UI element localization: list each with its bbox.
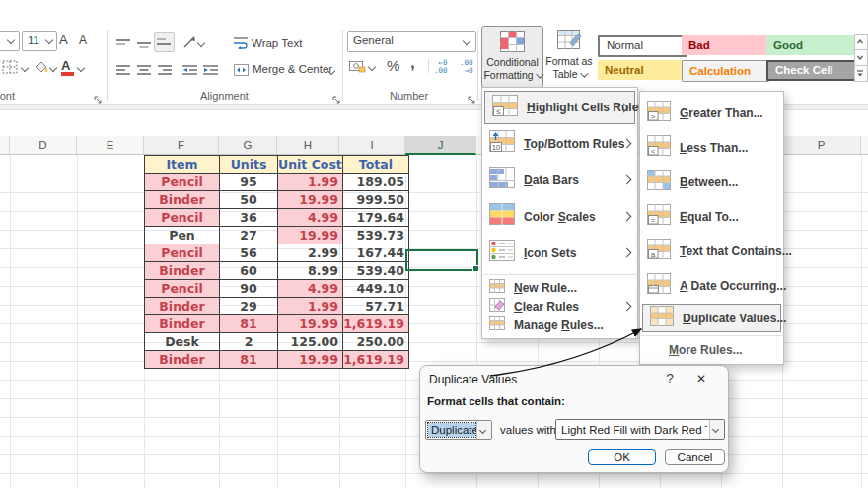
- cell-total[interactable]: 189.05: [342, 174, 408, 191]
- accounting-format-icon[interactable]: [349, 59, 366, 77]
- cell-item[interactable]: Binder: [145, 262, 220, 280]
- menu-item-a-date-occurring[interactable]: A Date Occurring...: [640, 268, 783, 303]
- cell-units[interactable]: 95: [220, 174, 278, 191]
- orientation-dropdown[interactable]: [198, 40, 205, 47]
- column-header-j[interactable]: J: [405, 136, 476, 155]
- cell-total[interactable]: 1,619.19: [342, 351, 408, 369]
- header-total[interactable]: Total: [342, 156, 408, 174]
- accounting-dropdown[interactable]: [369, 64, 376, 71]
- align-bottom-button[interactable]: [154, 32, 175, 52]
- cell-item[interactable]: Binder: [145, 351, 220, 369]
- font-name-combo[interactable]: [0, 31, 20, 51]
- cell-total[interactable]: 1,619.19: [342, 315, 408, 333]
- column-header-i[interactable]: I: [339, 136, 405, 154]
- cell-units[interactable]: 90: [220, 280, 278, 298]
- column-header-p[interactable]: P: [782, 136, 861, 154]
- ok-button[interactable]: OK: [588, 449, 656, 465]
- gallery-up-button[interactable]: [854, 34, 868, 50]
- gallery-more-button[interactable]: [854, 65, 868, 82]
- cell-cost[interactable]: 4.99: [278, 209, 343, 227]
- align-left-icon[interactable]: [116, 62, 130, 80]
- font-size-combo[interactable]: 11: [22, 31, 57, 51]
- cell-item[interactable]: Binder: [145, 191, 220, 209]
- text-orientation-icon[interactable]: [182, 35, 196, 53]
- cell-item[interactable]: Pen: [145, 227, 220, 244]
- number-format-combo[interactable]: General: [347, 31, 476, 52]
- column-header-d[interactable]: D: [10, 136, 77, 154]
- style-bad[interactable]: Bad: [682, 35, 769, 55]
- menu-item-greater-than[interactable]: > Greater Than...: [640, 96, 783, 130]
- align-top-icon[interactable]: [116, 36, 130, 54]
- conditional-formatting-button[interactable]: Conditional Formatting: [481, 26, 543, 88]
- cell-item[interactable]: Binder: [145, 298, 220, 315]
- format-select[interactable]: Light Red Fill with Dark Red Text: [555, 419, 725, 440]
- cell-item[interactable]: Pencil: [145, 244, 220, 262]
- column-header-f[interactable]: F: [144, 136, 219, 154]
- cell-total[interactable]: 57.71: [342, 298, 408, 315]
- header-item[interactable]: Item: [145, 156, 220, 174]
- merge-center-dropdown[interactable]: [328, 68, 335, 75]
- cell-total[interactable]: 250.00: [342, 333, 408, 351]
- cell-total[interactable]: 539.40: [342, 262, 408, 280]
- cancel-button[interactable]: Cancel: [665, 449, 725, 465]
- column-header-g[interactable]: G: [219, 136, 277, 154]
- borders-icon[interactable]: [2, 60, 19, 79]
- decrease-font-size-button[interactable]: Aˇ: [79, 33, 90, 47]
- header-unit-cost[interactable]: Unit Cost: [278, 156, 343, 174]
- menu-item-text-that-contains[interactable]: a Text that Contains...: [640, 234, 783, 268]
- increase-decimal-icon[interactable]: ←0 .00: [434, 59, 448, 74]
- merge-center-icon[interactable]: [234, 62, 249, 80]
- menu-item-highlight-cells-rules[interactable]: ≤ Highlight Cells Rules: [484, 91, 635, 124]
- menu-item-color-scales[interactable]: Color Scales: [482, 198, 637, 235]
- menu-item-between[interactable]: Between...: [640, 165, 783, 199]
- menu-item-top-bottom-rules[interactable]: 10 Top/Bottom Rules: [482, 125, 637, 162]
- percent-style-icon[interactable]: %: [387, 57, 399, 74]
- cell-total[interactable]: 449.10: [342, 280, 408, 298]
- cell-cost[interactable]: 4.99: [278, 280, 343, 298]
- style-neutral[interactable]: Neutral: [598, 60, 686, 80]
- fill-handle[interactable]: [472, 265, 479, 272]
- menu-item-clear-rules[interactable]: Clear Rules: [482, 297, 637, 315]
- cell-total[interactable]: 999.50: [342, 191, 408, 209]
- cell-units[interactable]: 2: [220, 333, 278, 351]
- format-as-table-button[interactable]: Format as Table: [544, 26, 594, 86]
- align-center-icon[interactable]: [137, 62, 151, 80]
- menu-item-icon-sets[interactable]: Icon Sets: [482, 235, 637, 271]
- gallery-down-button[interactable]: [854, 49, 868, 66]
- cell-item[interactable]: Desk: [145, 333, 220, 351]
- borders-dropdown[interactable]: [22, 65, 29, 72]
- decrease-decimal-icon[interactable]: .00 →0: [460, 59, 473, 74]
- menu-item-manage-rules[interactable]: Manage Rules...: [482, 315, 637, 334]
- menu-item-less-than[interactable]: < Less Than...: [640, 130, 783, 165]
- cell-cost[interactable]: 19.99: [278, 227, 343, 244]
- menu-item-equal-to[interactable]: = Equal To...: [640, 199, 783, 234]
- increase-font-size-button[interactable]: Aˆ: [59, 33, 70, 47]
- menu-item-duplicate-values[interactable]: Duplicate Values...: [642, 304, 781, 332]
- column-header-stub[interactable]: [0, 136, 10, 154]
- style-check-cell[interactable]: Check Cell: [766, 60, 856, 81]
- cell-units[interactable]: 81: [220, 315, 278, 333]
- header-units[interactable]: Units: [220, 156, 278, 174]
- cell-units[interactable]: 27: [220, 227, 278, 244]
- cell-cost[interactable]: 8.99: [278, 262, 343, 280]
- cell-cost[interactable]: 19.99: [278, 315, 343, 333]
- cell-total[interactable]: 167.44: [342, 244, 408, 262]
- column-header-e[interactable]: E: [77, 136, 144, 154]
- cell-units[interactable]: 81: [220, 351, 278, 369]
- cell-item[interactable]: Pencil: [145, 174, 220, 191]
- align-right-icon[interactable]: [158, 62, 172, 80]
- cell-cost[interactable]: 2.99: [278, 244, 343, 262]
- fill-color-icon[interactable]: [34, 59, 49, 79]
- cell-units[interactable]: 60: [220, 262, 278, 280]
- cell-cost[interactable]: 1.99: [278, 298, 343, 315]
- align-middle-icon[interactable]: [137, 36, 151, 54]
- cell-cost[interactable]: 19.99: [278, 351, 343, 369]
- chevron-down-icon[interactable]: [709, 420, 724, 439]
- font-color-dropdown[interactable]: [78, 65, 85, 72]
- cell-cost[interactable]: 19.99: [278, 191, 343, 209]
- cell-item[interactable]: Pencil: [145, 209, 220, 227]
- cell-units[interactable]: 36: [220, 209, 278, 227]
- cell-cost[interactable]: 125.00: [278, 333, 343, 351]
- menu-item-data-bars[interactable]: Data Bars: [482, 162, 637, 198]
- wrap-text-icon[interactable]: [234, 35, 248, 53]
